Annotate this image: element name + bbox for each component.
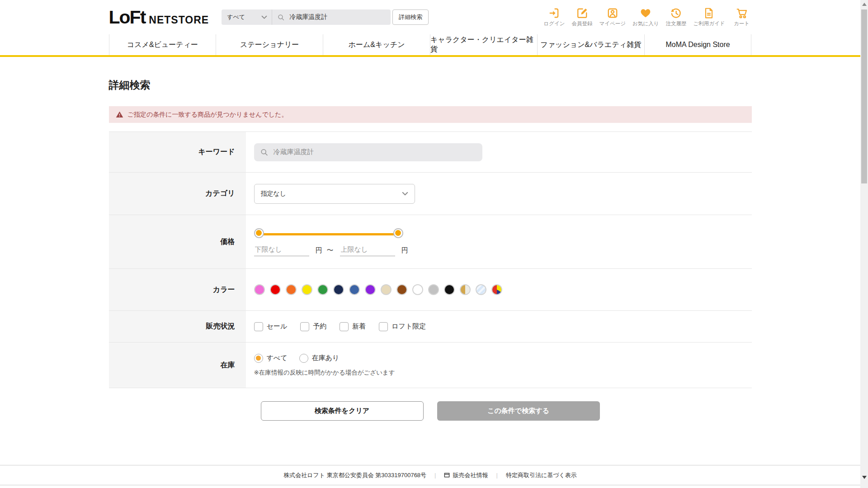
blue-color-swatch[interactable]: [349, 284, 360, 295]
price-min-input[interactable]: [254, 245, 309, 256]
category-nav: コスメ&ビューティー ステーショナリー ホーム&キッチン キャラクター・クリエイ…: [109, 34, 752, 55]
stock-row: 在庫 すべて 在庫あり ※在庫情報の反映に時間がかかる場合がございます: [109, 343, 752, 388]
checkbox-new-arrival-box[interactable]: [340, 322, 349, 331]
beige-color-swatch[interactable]: [381, 284, 392, 295]
chevron-down-icon: [261, 15, 267, 19]
black-color-swatch[interactable]: [444, 284, 455, 295]
checkbox-sale-box[interactable]: [254, 322, 263, 331]
guide-link[interactable]: ご利用ガイド: [693, 7, 725, 27]
price-range-separator: 〜: [327, 246, 334, 255]
footer-company-text: 株式会社ロフト 東京都公安委員会 第303319700768号: [283, 471, 426, 479]
multicolor-color-swatch[interactable]: [491, 284, 502, 295]
purple-color-swatch[interactable]: [365, 284, 376, 295]
chevron-down-icon: [402, 192, 408, 196]
price-slider-track: [260, 233, 397, 235]
login-label: ログイン: [543, 20, 565, 27]
checkbox-preorder-box[interactable]: [300, 322, 309, 331]
scrollbar-thumb[interactable]: [861, 9, 867, 183]
keyword-field-wrap: [254, 143, 482, 161]
keyword-input[interactable]: [272, 148, 476, 156]
orange-color-swatch[interactable]: [286, 284, 297, 295]
cart-label: カート: [734, 20, 750, 27]
cart-link[interactable]: カート: [732, 7, 752, 27]
page-title: 詳細検索: [109, 78, 752, 92]
guide-icon: [703, 7, 715, 19]
checkbox-preorder[interactable]: 予約: [300, 322, 326, 331]
red-color-swatch[interactable]: [270, 284, 281, 295]
clear-conditions-button[interactable]: 検索条件をクリア: [261, 401, 424, 421]
checkbox-loft-exclusive[interactable]: ロフト限定: [379, 322, 426, 331]
favorites-link[interactable]: お気に入り: [632, 7, 659, 27]
site-footer: 株式会社ロフト 東京都公安委員会 第303319700768号 | 販売会社情報…: [0, 465, 860, 485]
price-max-input[interactable]: [340, 245, 395, 256]
price-slider-max-handle[interactable]: [393, 228, 403, 238]
search-input[interactable]: [288, 13, 385, 21]
nav-item-moma-design-store[interactable]: MoMA Design Store: [644, 34, 752, 55]
order-history-link[interactable]: 注文履歴: [665, 7, 686, 27]
category-select[interactable]: 指定なし: [254, 184, 415, 204]
price-range-slider[interactable]: [254, 228, 403, 240]
footer-legal-label: 特定商取引法に基づく表示: [506, 471, 577, 479]
radio-stock-all[interactable]: すべて: [254, 354, 288, 363]
navy-color-swatch[interactable]: [333, 284, 344, 295]
no-results-alert: ご指定の条件に一致する商品が見つかりませんでした。: [109, 106, 752, 123]
checkbox-loft-exclusive-box[interactable]: [379, 322, 388, 331]
nav-item-character-creator[interactable]: キャラクター・クリエイター雑貨: [430, 34, 537, 55]
header-search-group: すべて 詳細検索: [222, 9, 429, 25]
yellow-color-swatch[interactable]: [302, 284, 312, 295]
order-history-icon: [670, 7, 682, 19]
sales-status-label: 販売状況: [109, 311, 246, 342]
scrollbar[interactable]: [860, 0, 868, 488]
logo-netstore-text: NETSTORE: [149, 14, 209, 26]
footer-company-info-link[interactable]: 販売会社情報: [444, 471, 488, 479]
footer-legal-link[interactable]: 特定商取引法に基づく表示: [506, 471, 577, 479]
gray-color-swatch[interactable]: [428, 284, 439, 295]
footer-company-info-label: 販売会社情報: [453, 471, 488, 479]
scrollbar-up-button[interactable]: [862, 3, 867, 6]
nav-item-fashion-variety[interactable]: ファッション&バラエティ雑貨: [537, 34, 644, 55]
loft-logo[interactable]: LoFt NETSTORE: [109, 7, 209, 28]
keyword-row: キーワード: [109, 132, 752, 173]
search-category-select[interactable]: すべて: [222, 9, 272, 25]
nav-item-cosme-beauty[interactable]: コスメ&ビューティー: [109, 34, 216, 55]
gold-silver-color-swatch[interactable]: [460, 284, 471, 295]
nav-item-stationery[interactable]: ステーショナリー: [216, 34, 323, 55]
price-inputs: 円 〜 円: [254, 245, 408, 256]
advanced-search-page: 詳細検索 ご指定の条件に一致する商品が見つかりませんでした。 キーワード: [109, 57, 752, 465]
search-submit-button[interactable]: この条件で検索する: [437, 401, 600, 421]
checkbox-preorder-label: 予約: [313, 322, 326, 331]
login-link[interactable]: ログイン: [543, 7, 565, 27]
register-icon: [576, 7, 588, 19]
site-header: LoFt NETSTORE すべて 詳細検索: [0, 0, 860, 57]
search-icon: [260, 148, 268, 156]
price-row: 価格 円 〜 円: [109, 215, 752, 269]
mypage-link[interactable]: マイページ: [599, 7, 626, 27]
radio-in-stock-button[interactable]: [299, 354, 308, 363]
clear-color-swatch[interactable]: [476, 284, 486, 295]
register-link[interactable]: 会員登録: [572, 7, 593, 27]
green-color-swatch[interactable]: [317, 284, 328, 295]
white-color-swatch[interactable]: [412, 284, 423, 295]
search-category-value: すべて: [227, 13, 245, 21]
color-label: カラー: [109, 269, 246, 310]
radio-stock-all-button[interactable]: [254, 354, 263, 363]
search-input-wrap: [272, 13, 391, 21]
pink-color-swatch[interactable]: [254, 284, 265, 295]
favorites-label: お気に入り: [632, 20, 659, 27]
checkbox-new-arrival[interactable]: 新着: [340, 322, 366, 331]
radio-in-stock[interactable]: 在庫あり: [299, 354, 340, 363]
brown-color-swatch[interactable]: [396, 284, 407, 295]
mypage-icon: [607, 7, 618, 19]
sales-status-row: 販売状況 セール 予約 新着: [109, 311, 752, 343]
advanced-search-button[interactable]: 詳細検索: [392, 9, 429, 25]
search-conditions-form: キーワード カテゴリ 指定なし: [109, 131, 752, 388]
radio-in-stock-label: 在庫あり: [312, 354, 340, 362]
checkbox-sale[interactable]: セール: [254, 322, 288, 331]
logo-loft-text: LoFt: [109, 7, 146, 28]
checkbox-sale-label: セール: [267, 322, 288, 331]
price-slider-min-handle[interactable]: [254, 228, 264, 238]
nav-item-home-kitchen[interactable]: ホーム&キッチン: [323, 34, 430, 55]
scrollbar-down-button[interactable]: [862, 476, 867, 479]
heart-icon: [640, 7, 651, 19]
radio-stock-all-label: すべて: [267, 354, 288, 362]
